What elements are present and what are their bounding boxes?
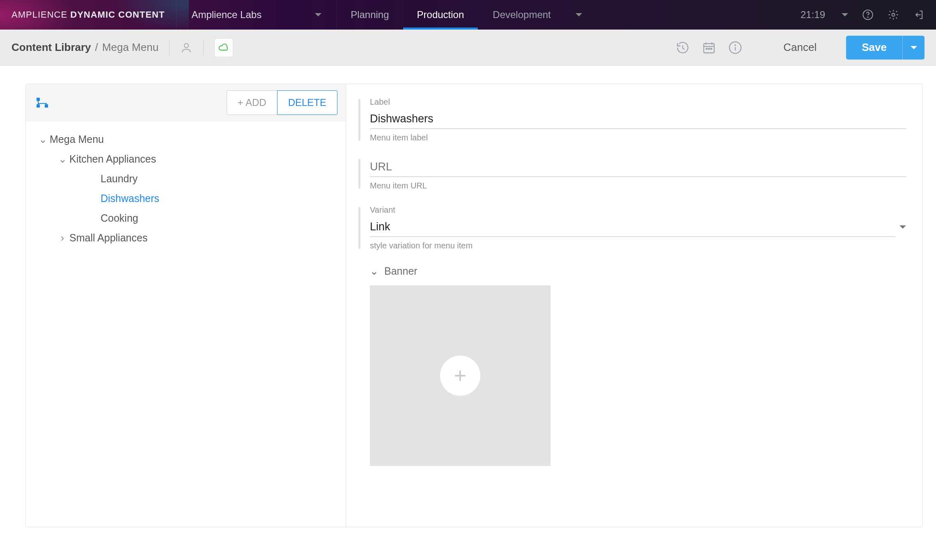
breadcrumb-separator: / [95,41,98,54]
svg-point-2 [892,14,895,16]
tree-node-mega-menu[interactable]: ⌄ Mega Menu [31,129,341,149]
tab-planning[interactable]: Planning [337,0,403,30]
save-dropdown-button[interactable] [902,36,925,60]
tree-node-laundry[interactable]: Laundry [31,169,341,188]
hub-name: Amplience Labs [191,9,262,21]
tab-production[interactable]: Production [403,0,478,30]
field-variant: Variant Link style variation for menu it… [346,205,906,250]
info-icon[interactable] [728,41,742,55]
svg-point-7 [711,48,712,49]
breadcrumb: Content Library / Mega Menu [11,41,158,54]
history-icon[interactable] [676,41,690,55]
banner-section-toggle[interactable]: ⌄ Banner [370,265,906,277]
save-button[interactable]: Save [846,36,902,60]
svg-point-3 [184,44,188,48]
caret-down-icon: ⌄ [370,265,379,277]
tree-label: Cooking [101,209,138,227]
svg-rect-12 [45,104,48,108]
tree-label: Mega Menu [50,130,104,148]
svg-point-5 [706,48,707,49]
user-icon[interactable] [180,41,193,54]
banner-image-dropzone[interactable]: + [370,285,551,466]
svg-point-1 [867,17,868,17]
tree-label: Kitchen Appliances [69,150,156,168]
tree-label: Small Appliances [69,229,147,247]
plus-icon: + [440,356,480,396]
caret-down-icon: ⌄ [39,130,46,148]
label-input[interactable] [370,109,906,129]
cloud-status-button[interactable] [214,38,233,57]
field-label: Label Menu item label [346,97,906,142]
field-help: Menu item label [370,133,906,142]
tree-label: Laundry [101,170,138,188]
variant-select[interactable]: Link [370,217,906,237]
brand-bold: DYNAMIC CONTENT [70,9,165,20]
url-input[interactable] [370,157,906,177]
help-icon[interactable] [862,9,874,21]
menu-tree: ⌄ Mega Menu ⌄ Kitchen Appliances [26,121,346,256]
field-help: style variation for menu item [370,241,906,250]
delete-node-button[interactable]: DELETE [277,90,337,115]
tree-node-small-appliances[interactable]: › Small Appliances [31,228,341,248]
hierarchy-icon [36,97,49,108]
hub-selector[interactable]: Amplience Labs [176,0,337,30]
chevron-down-icon[interactable] [842,13,848,16]
tree-node-kitchen-appliances[interactable]: ⌄ Kitchen Appliances [31,149,341,169]
caret-right-icon: › [59,229,66,247]
field-url: Menu item URL [346,157,906,190]
field-title: Label [370,97,906,107]
calendar-icon[interactable] [702,41,716,55]
chevron-down-icon [576,13,582,16]
svg-rect-11 [37,104,40,108]
chevron-down-icon [911,46,917,49]
tree-label: Dishwashers [101,189,159,207]
cancel-button[interactable]: Cancel [783,41,817,54]
field-help: Menu item URL [370,181,906,190]
breadcrumb-root[interactable]: Content Library [11,41,91,54]
field-title: Variant [370,205,906,215]
clock-time: 21:19 [801,9,825,21]
tree-node-cooking[interactable]: Cooking [31,208,341,228]
breadcrumb-leaf: Mega Menu [102,41,158,54]
chevron-down-icon [315,13,321,16]
svg-point-6 [709,48,710,49]
logout-icon[interactable] [913,9,925,21]
variant-value: Link [370,217,895,237]
save-split-button: Save [846,36,925,60]
brand-logo: AMPLIENCE DYNAMIC CONTENT [0,9,176,20]
add-node-button[interactable]: + ADD [227,90,278,115]
svg-point-9 [735,44,736,45]
svg-rect-10 [37,98,40,101]
caret-down-icon: ⌄ [59,150,66,168]
environment-selector[interactable]: Development [478,9,596,21]
banner-title: Banner [384,265,418,277]
environment-name: Development [493,9,551,21]
gear-icon[interactable] [888,9,899,21]
tree-node-dishwashers[interactable]: Dishwashers [31,188,341,208]
cloud-icon [218,44,229,52]
chevron-down-icon [899,225,906,229]
brand-light: AMPLIENCE [11,9,67,20]
